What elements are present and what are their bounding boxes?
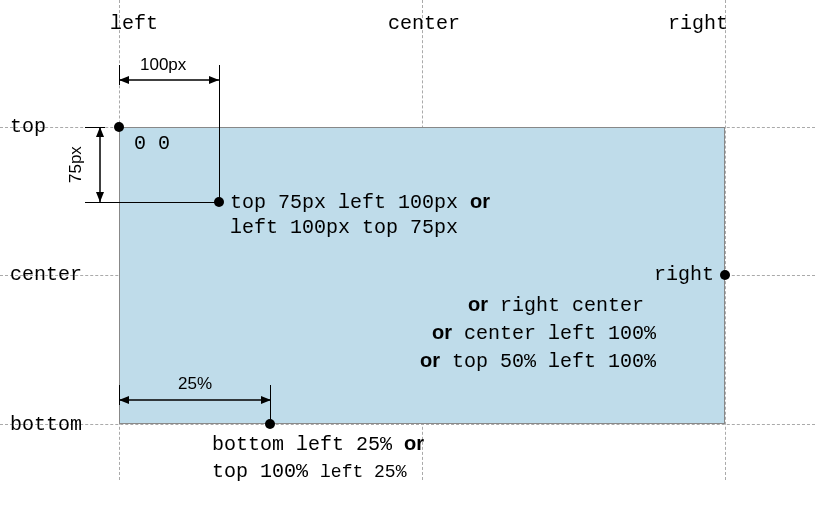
label-bottom-line2: top 100% left 25% [212, 460, 406, 483]
dot-right-center [720, 270, 730, 280]
or-word-3: or [432, 321, 452, 343]
label-right-line4: or top 50% left 100% [420, 349, 656, 373]
svg-marker-2 [209, 76, 219, 84]
label-topleft-line2: left 100px top 75px [230, 216, 458, 239]
label-bottom-b-prefix: top 100% [212, 460, 320, 483]
dim-arrow-100px [119, 75, 219, 85]
dim-arrow-75px [95, 127, 105, 202]
dim-arrow-25pct [119, 395, 271, 405]
label-right-line2: or right center [468, 293, 644, 317]
label-right-line3: or center left 100% [432, 321, 656, 345]
label-right-b: right center [488, 294, 644, 317]
axis-label-bottom: bottom [10, 413, 82, 436]
label-right-d: top 50% left 100% [440, 350, 656, 373]
axis-label-left: left [110, 12, 158, 35]
dot-bottom-25pct [265, 419, 275, 429]
label-bottom-line1: bottom left 25% or [212, 432, 424, 456]
axis-label-center: center [388, 12, 460, 35]
axis-label-vcenter: center [10, 263, 82, 286]
svg-marker-7 [119, 396, 129, 404]
dim-tick-75px-b [85, 202, 220, 203]
dim-tick-100px-l [119, 65, 120, 85]
dim-label-100px: 100px [140, 55, 186, 75]
axis-label-right: right [668, 12, 728, 35]
gridline-bottom [0, 424, 815, 425]
label-bottom-b-suffix: left 25% [320, 462, 406, 482]
dim-tick-75px-t [85, 127, 105, 128]
svg-marker-4 [96, 127, 104, 137]
dim-tick-100px-r [219, 65, 220, 202]
or-word-5: or [404, 432, 424, 454]
label-topleft-line1: top 75px left 100px or [230, 190, 490, 214]
dim-tick-25pct-l [119, 385, 120, 405]
label-right-line1: right [654, 263, 714, 286]
label-right-c: center left 100% [452, 322, 656, 345]
label-topleft-a: top 75px left 100px [230, 191, 470, 214]
axis-label-top: top [10, 115, 46, 138]
dim-label-25pct: 25% [178, 374, 212, 394]
dot-origin [114, 122, 124, 132]
dim-label-75px: 75px [66, 146, 86, 183]
gridline-right [725, 0, 726, 480]
dot-topleft-offset [214, 197, 224, 207]
svg-marker-1 [119, 76, 129, 84]
label-origin: 0 0 [134, 132, 170, 155]
svg-marker-5 [96, 192, 104, 202]
or-word-4: or [420, 349, 440, 371]
label-bottom-a: bottom left 25% [212, 433, 404, 456]
or-word-1: or [470, 190, 490, 212]
or-word-2: or [468, 293, 488, 315]
